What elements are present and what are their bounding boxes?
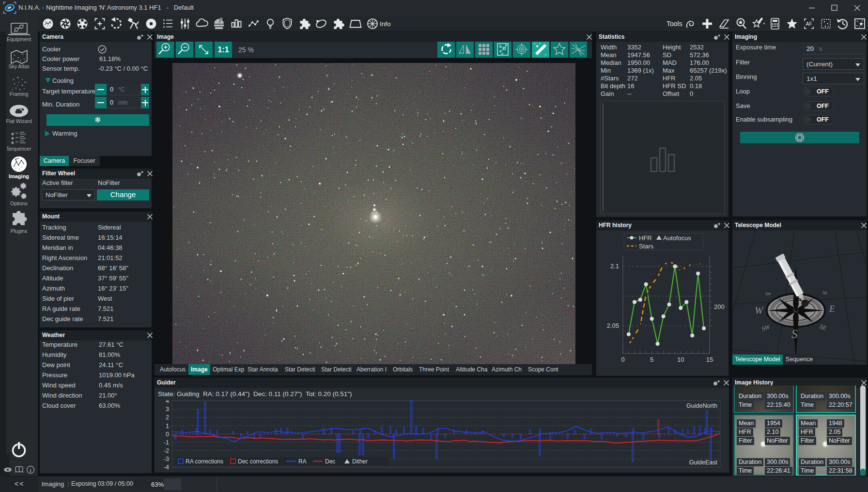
- svg-text:2.05: 2.05: [607, 322, 619, 329]
- svg-text:-2: -2: [164, 447, 169, 454]
- svg-text:1:1: 1:1: [217, 46, 229, 54]
- svg-text:Dither: Dither: [352, 458, 368, 465]
- svg-text:2.1: 2.1: [610, 262, 619, 270]
- svg-text:RA: RA: [298, 458, 307, 465]
- svg-text:W: W: [755, 305, 764, 316]
- svg-text:S: S: [791, 327, 798, 340]
- svg-text:-4: -4: [164, 464, 169, 471]
- svg-text:NW: NW: [765, 292, 772, 296]
- svg-text:NE: NE: [822, 291, 827, 295]
- svg-text:15: 15: [706, 356, 713, 363]
- svg-text:0: 0: [166, 431, 169, 438]
- svg-text:GuideEast: GuideEast: [689, 459, 718, 466]
- svg-text:Dec corrections: Dec corrections: [238, 458, 278, 465]
- svg-text:1: 1: [166, 423, 169, 430]
- svg-text:SW: SW: [760, 323, 772, 332]
- svg-text:AF: AF: [806, 21, 812, 27]
- svg-text:Dec: Dec: [325, 458, 335, 465]
- svg-text:4: 4: [166, 400, 169, 404]
- svg-text:i: i: [30, 467, 31, 473]
- svg-text:5: 5: [650, 356, 653, 363]
- svg-text:10: 10: [677, 356, 684, 363]
- svg-text:0: 0: [621, 356, 624, 363]
- svg-text:Autofocus: Autofocus: [663, 234, 691, 242]
- svg-text:-1: -1: [164, 439, 169, 446]
- svg-text:RA corrections: RA corrections: [186, 458, 223, 465]
- svg-text:200: 200: [714, 303, 725, 310]
- svg-text:3: 3: [166, 406, 169, 413]
- svg-text:Stars: Stars: [639, 243, 654, 250]
- svg-text:-3: -3: [164, 456, 169, 462]
- svg-text:2: 2: [166, 414, 169, 421]
- svg-text:SE: SE: [819, 323, 828, 332]
- svg-text:E: E: [829, 304, 835, 314]
- svg-text:GuideNorth: GuideNorth: [686, 402, 717, 409]
- svg-text:HFR: HFR: [639, 234, 652, 242]
